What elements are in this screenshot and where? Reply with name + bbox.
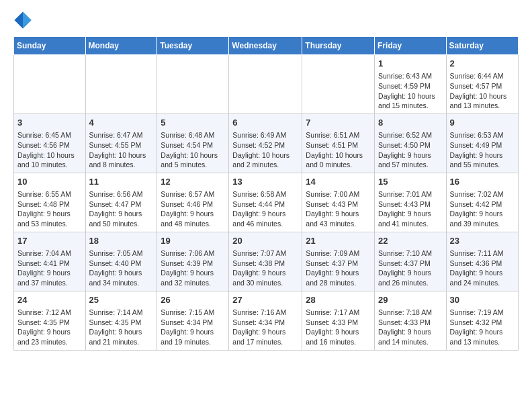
calendar-cell: 21Sunrise: 7:09 AM Sunset: 4:37 PM Dayli… bbox=[302, 232, 375, 291]
day-info: Sunrise: 7:04 AM Sunset: 4:41 PM Dayligh… bbox=[17, 248, 82, 288]
calendar-cell: 13Sunrise: 6:58 AM Sunset: 4:44 PM Dayli… bbox=[229, 173, 302, 232]
day-info: Sunrise: 6:45 AM Sunset: 4:56 PM Dayligh… bbox=[17, 130, 82, 170]
logo-icon bbox=[13, 11, 32, 30]
day-number: 21 bbox=[306, 235, 371, 247]
day-info: Sunrise: 7:17 AM Sunset: 4:33 PM Dayligh… bbox=[306, 308, 371, 347]
calendar-cell: 26Sunrise: 7:15 AM Sunset: 4:34 PM Dayli… bbox=[157, 291, 229, 350]
calendar-cell: 30Sunrise: 7:19 AM Sunset: 4:32 PM Dayli… bbox=[446, 291, 518, 350]
calendar-cell: 20Sunrise: 7:07 AM Sunset: 4:38 PM Dayli… bbox=[229, 232, 302, 291]
day-number: 22 bbox=[378, 235, 443, 247]
weekday-header-row: SundayMondayTuesdayWednesdayThursdayFrid… bbox=[14, 37, 519, 55]
day-info: Sunrise: 6:55 AM Sunset: 4:48 PM Dayligh… bbox=[17, 189, 82, 229]
calendar-cell: 8Sunrise: 6:52 AM Sunset: 4:50 PM Daylig… bbox=[375, 113, 447, 173]
day-info: Sunrise: 7:19 AM Sunset: 4:32 PM Dayligh… bbox=[450, 308, 515, 347]
calendar-cell: 7Sunrise: 6:51 AM Sunset: 4:51 PM Daylig… bbox=[302, 113, 375, 173]
day-info: Sunrise: 7:11 AM Sunset: 4:36 PM Dayligh… bbox=[450, 248, 515, 288]
day-info: Sunrise: 6:56 AM Sunset: 4:47 PM Dayligh… bbox=[89, 189, 154, 229]
calendar-cell: 28Sunrise: 7:17 AM Sunset: 4:33 PM Dayli… bbox=[302, 291, 375, 350]
calendar-cell: 18Sunrise: 7:05 AM Sunset: 4:40 PM Dayli… bbox=[85, 232, 157, 291]
day-number: 17 bbox=[17, 235, 82, 247]
day-number: 2 bbox=[450, 58, 515, 70]
calendar-cell: 11Sunrise: 6:56 AM Sunset: 4:47 PM Dayli… bbox=[85, 173, 157, 232]
day-number: 27 bbox=[232, 294, 298, 306]
svg-marker-1 bbox=[23, 11, 32, 28]
day-number: 19 bbox=[161, 235, 225, 247]
day-info: Sunrise: 7:07 AM Sunset: 4:38 PM Dayligh… bbox=[232, 248, 298, 288]
day-info: Sunrise: 6:51 AM Sunset: 4:51 PM Dayligh… bbox=[306, 130, 371, 170]
calendar-cell: 2Sunrise: 6:44 AM Sunset: 4:57 PM Daylig… bbox=[446, 55, 518, 114]
day-info: Sunrise: 7:16 AM Sunset: 4:34 PM Dayligh… bbox=[232, 308, 298, 347]
day-info: Sunrise: 7:00 AM Sunset: 4:43 PM Dayligh… bbox=[306, 189, 371, 229]
day-info: Sunrise: 7:15 AM Sunset: 4:34 PM Dayligh… bbox=[161, 308, 225, 347]
day-info: Sunrise: 7:18 AM Sunset: 4:33 PM Dayligh… bbox=[378, 308, 443, 347]
weekday-header-friday: Friday bbox=[375, 37, 447, 55]
day-number: 13 bbox=[232, 176, 298, 188]
day-number: 16 bbox=[450, 176, 515, 188]
calendar-cell bbox=[14, 55, 86, 114]
calendar-cell: 9Sunrise: 6:53 AM Sunset: 4:49 PM Daylig… bbox=[446, 113, 518, 173]
weekday-header-tuesday: Tuesday bbox=[157, 37, 229, 55]
day-number: 8 bbox=[378, 117, 443, 129]
day-number: 26 bbox=[161, 294, 225, 306]
day-number: 28 bbox=[306, 294, 371, 306]
page: SundayMondayTuesdayWednesdayThursdayFrid… bbox=[0, 0, 532, 357]
day-info: Sunrise: 6:43 AM Sunset: 4:59 PM Dayligh… bbox=[378, 71, 443, 111]
day-number: 18 bbox=[89, 235, 154, 247]
day-info: Sunrise: 7:10 AM Sunset: 4:37 PM Dayligh… bbox=[378, 248, 443, 288]
week-row-4: 17Sunrise: 7:04 AM Sunset: 4:41 PM Dayli… bbox=[14, 232, 519, 291]
day-info: Sunrise: 6:48 AM Sunset: 4:54 PM Dayligh… bbox=[161, 130, 225, 170]
day-number: 1 bbox=[378, 58, 443, 70]
day-info: Sunrise: 7:09 AM Sunset: 4:37 PM Dayligh… bbox=[306, 248, 371, 288]
day-number: 29 bbox=[378, 294, 443, 306]
weekday-header-saturday: Saturday bbox=[446, 37, 518, 55]
calendar-cell: 1Sunrise: 6:43 AM Sunset: 4:59 PM Daylig… bbox=[375, 55, 447, 114]
calendar-cell: 3Sunrise: 6:45 AM Sunset: 4:56 PM Daylig… bbox=[14, 113, 86, 173]
day-info: Sunrise: 6:44 AM Sunset: 4:57 PM Dayligh… bbox=[450, 71, 515, 111]
day-number: 5 bbox=[161, 117, 225, 129]
week-row-2: 3Sunrise: 6:45 AM Sunset: 4:56 PM Daylig… bbox=[14, 113, 519, 173]
day-info: Sunrise: 6:53 AM Sunset: 4:49 PM Dayligh… bbox=[450, 130, 515, 170]
header bbox=[13, 11, 519, 30]
calendar-cell bbox=[157, 55, 229, 114]
calendar-cell: 12Sunrise: 6:57 AM Sunset: 4:46 PM Dayli… bbox=[157, 173, 229, 232]
day-number: 10 bbox=[17, 176, 82, 188]
day-info: Sunrise: 7:12 AM Sunset: 4:35 PM Dayligh… bbox=[17, 308, 82, 347]
calendar-cell: 23Sunrise: 7:11 AM Sunset: 4:36 PM Dayli… bbox=[446, 232, 518, 291]
day-number: 4 bbox=[89, 117, 154, 129]
day-info: Sunrise: 6:49 AM Sunset: 4:52 PM Dayligh… bbox=[232, 130, 298, 170]
calendar-cell: 24Sunrise: 7:12 AM Sunset: 4:35 PM Dayli… bbox=[14, 291, 86, 350]
calendar-table: SundayMondayTuesdayWednesdayThursdayFrid… bbox=[13, 36, 519, 351]
calendar-cell: 25Sunrise: 7:14 AM Sunset: 4:35 PM Dayli… bbox=[85, 291, 157, 350]
day-info: Sunrise: 7:05 AM Sunset: 4:40 PM Dayligh… bbox=[89, 248, 154, 288]
week-row-3: 10Sunrise: 6:55 AM Sunset: 4:48 PM Dayli… bbox=[14, 173, 519, 232]
day-number: 24 bbox=[17, 294, 82, 306]
logo bbox=[13, 11, 35, 30]
day-info: Sunrise: 6:57 AM Sunset: 4:46 PM Dayligh… bbox=[161, 189, 225, 229]
day-number: 30 bbox=[450, 294, 515, 306]
day-info: Sunrise: 7:06 AM Sunset: 4:39 PM Dayligh… bbox=[161, 248, 225, 288]
weekday-header-sunday: Sunday bbox=[14, 37, 86, 55]
calendar-cell: 29Sunrise: 7:18 AM Sunset: 4:33 PM Dayli… bbox=[375, 291, 447, 350]
day-number: 7 bbox=[306, 117, 371, 129]
day-info: Sunrise: 6:52 AM Sunset: 4:50 PM Dayligh… bbox=[378, 130, 443, 170]
calendar-cell: 14Sunrise: 7:00 AM Sunset: 4:43 PM Dayli… bbox=[302, 173, 375, 232]
calendar-cell: 16Sunrise: 7:02 AM Sunset: 4:42 PM Dayli… bbox=[446, 173, 518, 232]
day-number: 25 bbox=[89, 294, 154, 306]
weekday-header-wednesday: Wednesday bbox=[229, 37, 302, 55]
calendar-cell: 15Sunrise: 7:01 AM Sunset: 4:43 PM Dayli… bbox=[375, 173, 447, 232]
weekday-header-monday: Monday bbox=[85, 37, 157, 55]
calendar-cell bbox=[302, 55, 375, 114]
day-number: 14 bbox=[306, 176, 371, 188]
week-row-1: 1Sunrise: 6:43 AM Sunset: 4:59 PM Daylig… bbox=[14, 55, 519, 114]
day-number: 15 bbox=[378, 176, 443, 188]
calendar-cell: 6Sunrise: 6:49 AM Sunset: 4:52 PM Daylig… bbox=[229, 113, 302, 173]
day-number: 23 bbox=[450, 235, 515, 247]
calendar-cell: 4Sunrise: 6:47 AM Sunset: 4:55 PM Daylig… bbox=[85, 113, 157, 173]
calendar-cell bbox=[85, 55, 157, 114]
day-number: 20 bbox=[232, 235, 298, 247]
day-number: 9 bbox=[450, 117, 515, 129]
calendar-cell: 27Sunrise: 7:16 AM Sunset: 4:34 PM Dayli… bbox=[229, 291, 302, 350]
week-row-5: 24Sunrise: 7:12 AM Sunset: 4:35 PM Dayli… bbox=[14, 291, 519, 350]
day-number: 12 bbox=[161, 176, 225, 188]
calendar-cell: 17Sunrise: 7:04 AM Sunset: 4:41 PM Dayli… bbox=[14, 232, 86, 291]
